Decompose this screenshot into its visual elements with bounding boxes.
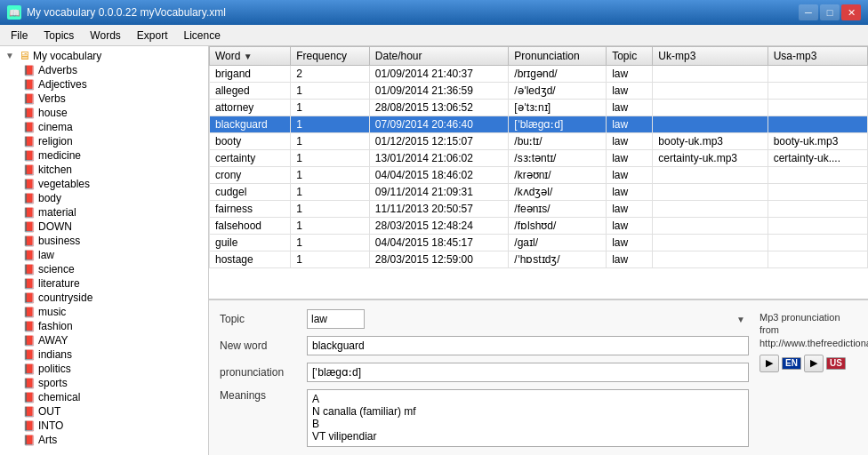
col-pronunciation[interactable]: Pronunciation (509, 47, 607, 66)
menu-words[interactable]: Words (83, 28, 127, 44)
title-bar-left: 📖 My vocabulary 0.0.0.22 myVocabulary.xm… (7, 5, 226, 20)
menu-topics[interactable]: Topics (36, 28, 81, 44)
pronunciation-label: pronunciation (220, 366, 300, 379)
tree-item-label: science (38, 263, 75, 275)
tree-item-label: INTO (38, 419, 63, 432)
tree-item-icon: 📕 (23, 221, 36, 233)
tree-item-house[interactable]: 📕 house (4, 106, 205, 120)
tree-folder-icon: 🖥 (19, 49, 30, 62)
left-panel: ▼ 🖥 My vocabulary 📕 Adverbs 📕 Adjectives… (0, 46, 209, 455)
tree-item-out[interactable]: 📕 OUT (4, 404, 205, 419)
table-row[interactable]: guile104/04/2015 18:45:17/gaɪl/law (210, 235, 868, 251)
table-row[interactable]: brigand201/09/2014 21:40:37/brɪgənd/law (210, 66, 868, 83)
tree-item-icon: 📕 (23, 108, 36, 119)
tree-item-science[interactable]: 📕 science (4, 262, 205, 276)
tree-item-body[interactable]: 📕 body (4, 191, 205, 205)
new-word-label: New word (220, 339, 300, 352)
table-row[interactable]: alleged101/09/2014 21:36:59/əˈledʒd/law (210, 83, 868, 100)
tree-item-countryside[interactable]: 📕 countryside (4, 291, 205, 305)
tree-item-label: medicine (38, 149, 81, 162)
tree-item-cinema[interactable]: 📕 cinema (4, 120, 205, 134)
col-topic[interactable]: Topic (607, 47, 653, 66)
tree-item-kitchen[interactable]: 📕 kitchen (4, 163, 205, 177)
close-button[interactable]: ✕ (841, 4, 861, 20)
tree-item-icon: 📕 (23, 335, 36, 347)
tree-item-label: cinema (38, 121, 73, 133)
col-date[interactable]: Date/hour (369, 47, 509, 66)
topic-select[interactable]: law Adverbs Adjectives Verbs house cinem… (307, 309, 365, 329)
table-row[interactable]: falsehood128/03/2015 12:48:24/fɒlshʊd/la… (210, 218, 868, 235)
menu-licence[interactable]: Licence (177, 28, 228, 44)
tree-item-adjectives[interactable]: 📕 Adjectives (4, 77, 205, 92)
tree-item-icon: 📕 (23, 122, 36, 133)
tree-item-literature[interactable]: 📕 literature (4, 276, 205, 291)
tree-item-adverbs[interactable]: 📕 Adverbs (4, 63, 205, 77)
tree-item-law[interactable]: 📕 law (4, 248, 205, 262)
play-uk-button[interactable]: ▶ (760, 355, 779, 372)
maximize-button[interactable]: □ (820, 4, 840, 20)
tree-item-label: indians (38, 348, 72, 361)
tree-root: ▼ 🖥 My vocabulary 📕 Adverbs 📕 Adjectives… (0, 46, 208, 449)
tree-item-business[interactable]: 📕 business (4, 234, 205, 248)
tree-item-label: Adverbs (38, 64, 77, 76)
tree-item-icon: 📕 (23, 207, 36, 219)
tree-item-fashion[interactable]: 📕 fashion (4, 319, 205, 333)
tree-item-chemical[interactable]: 📕 chemical (4, 390, 205, 404)
table-row[interactable]: certainty113/01/2014 21:06:02/sɜːtəntɪ/l… (210, 150, 868, 167)
table-row[interactable]: hostage128/03/2015 12:59:00/ˈhɒstɪdʒ/law (210, 251, 868, 268)
table-row[interactable]: fairness111/11/2013 20:50:57/feənɪs/law (210, 201, 868, 218)
words-table: Word ▼ Frequency Date/hour Pronunciation… (209, 46, 868, 268)
tree-item-label: Arts (38, 434, 57, 446)
tree-item-sports[interactable]: 📕 sports (4, 376, 205, 390)
tree-item-label: religion (38, 135, 73, 148)
table-row[interactable]: blackguard107/09/2014 20:46:40[ˈblægɑːd]… (210, 116, 868, 133)
meanings-textarea[interactable]: A N canalla (familiar) mf B VT vilipendi… (307, 389, 749, 447)
col-frequency[interactable]: Frequency (291, 47, 370, 66)
tree-item-icon: 📕 (23, 93, 36, 105)
tree-scroll[interactable]: ▼ 🖥 My vocabulary 📕 Adverbs 📕 Adjectives… (0, 46, 208, 455)
tree-root-item[interactable]: ▼ 🖥 My vocabulary (4, 48, 205, 63)
tree-item-verbs[interactable]: 📕 Verbs (4, 92, 205, 106)
tree-item-label: countryside (38, 291, 92, 304)
tree-item-label: literature (38, 277, 80, 290)
col-ukmp3[interactable]: Uk-mp3 (653, 47, 768, 66)
new-word-input[interactable] (307, 336, 749, 355)
tree-item-label: music (38, 306, 66, 318)
tree-item-icon: 📕 (23, 235, 36, 247)
menu-file[interactable]: File (4, 28, 35, 44)
tree-item-icon: 📕 (23, 164, 36, 176)
tree-item-icon: 📕 (23, 79, 36, 91)
tree-item-label: Adjectives (38, 78, 87, 91)
tree-item-icon: 📕 (23, 307, 36, 318)
table-scroll[interactable]: Word ▼ Frequency Date/hour Pronunciation… (209, 46, 868, 299)
pronunciation-input[interactable] (307, 363, 749, 382)
minimize-button[interactable]: ─ (799, 4, 818, 20)
tree-item-label: business (38, 235, 80, 247)
play-us-button[interactable]: ▶ (804, 355, 824, 372)
window-title: My vocabulary 0.0.0.22 myVocabulary.xml (27, 6, 226, 19)
menu-export[interactable]: Export (130, 28, 175, 44)
tree-root-label: My vocabulary (33, 50, 101, 62)
tree-item-icon: 📕 (23, 392, 36, 403)
tree-item-music[interactable]: 📕 music (4, 305, 205, 319)
tree-item-indians[interactable]: 📕 indians (4, 347, 205, 362)
col-usamp3[interactable]: Usa-mp3 (768, 47, 867, 66)
tree-item-away[interactable]: 📕 AWAY (4, 333, 205, 347)
form-area: Topic law Adverbs Adjectives Verbs house… (220, 309, 749, 446)
col-word[interactable]: Word ▼ (210, 47, 291, 66)
tree-item-religion[interactable]: 📕 religion (4, 134, 205, 148)
table-row[interactable]: cudgel109/11/2014 21:09:31/kʌdʒəl/law (210, 184, 868, 201)
table-row[interactable]: attorney128/08/2015 13:06:52[əˈtɜːnɪ]law (210, 100, 868, 116)
tree-item-material[interactable]: 📕 material (4, 205, 205, 220)
tree-item-politics[interactable]: 📕 politics (4, 362, 205, 376)
tree-item-medicine[interactable]: 📕 medicine (4, 148, 205, 163)
tree-item-icon: 📕 (23, 363, 36, 375)
tree-item-arts[interactable]: 📕 Arts (4, 433, 205, 447)
table-row[interactable]: crony104/04/2015 18:46:02/krəʊnɪ/law (210, 167, 868, 184)
tree-item-label: DOWN (38, 220, 72, 233)
tree-item-down[interactable]: 📕 DOWN (4, 220, 205, 234)
tree-item-vegetables[interactable]: 📕 vegetables (4, 177, 205, 191)
tree-item-icon: 📕 (23, 349, 36, 361)
tree-item-into[interactable]: 📕 INTO (4, 419, 205, 433)
table-row[interactable]: booty101/12/2015 12:15:07/buːtɪ/lawbooty… (210, 133, 868, 150)
